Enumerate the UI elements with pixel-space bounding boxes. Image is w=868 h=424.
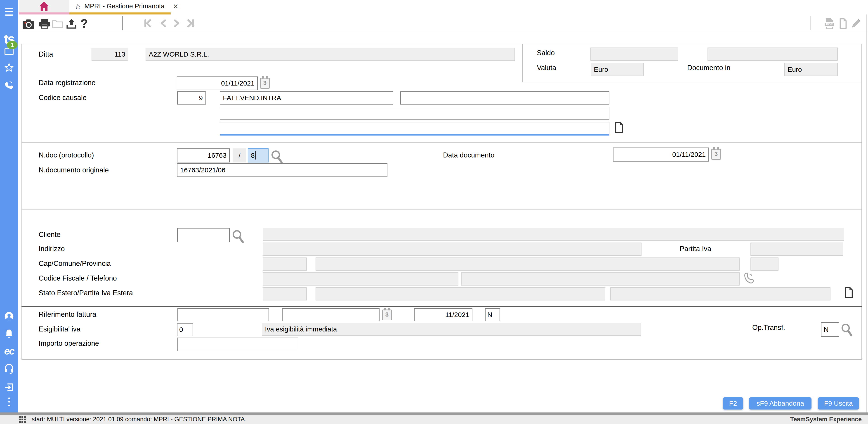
app-window: ts 1 ec — [0, 0, 868, 424]
note-attachment-button[interactable] — [614, 122, 624, 133]
codice-causale-label: Codice causale — [39, 93, 87, 102]
importo-operazione-field[interactable] — [178, 338, 298, 351]
first-record-icon — [144, 19, 151, 28]
ditta-label: Ditta — [39, 50, 53, 59]
saldo-avere-field — [708, 48, 838, 61]
help-button[interactable]: ? — [81, 17, 88, 29]
new-document-button[interactable] — [839, 18, 847, 29]
sidebar-item-logout[interactable] — [0, 383, 18, 392]
calendar-picker-icon-2[interactable]: 3 — [711, 149, 721, 160]
cap-field — [263, 257, 307, 271]
tab-home-underline — [19, 12, 69, 15]
partita-iva-field — [750, 243, 843, 256]
export-pdf-button[interactable]: PDF — [824, 18, 835, 29]
abbandona-button[interactable]: sF9 Abbandona — [749, 397, 811, 409]
camera-icon — [22, 19, 35, 29]
causale-extra-field[interactable] — [400, 91, 610, 105]
cf-telefono-label: Codice Fiscale / Telefono — [39, 274, 117, 283]
valuta-label: Valuta — [537, 63, 556, 72]
ditta-code-field: 113 — [92, 48, 128, 61]
menu-hamburger-icon[interactable] — [0, 6, 18, 17]
sidebar-item-favorites[interactable] — [0, 62, 18, 73]
op-transf-search-button[interactable] — [841, 323, 852, 337]
sidebar-item-ec[interactable]: ec — [0, 346, 18, 357]
person-icon — [4, 312, 14, 321]
toolbar-divider — [122, 16, 123, 30]
magnifier-icon — [841, 323, 852, 337]
edit-button[interactable] — [850, 18, 861, 29]
cliente-search-button[interactable] — [232, 229, 244, 244]
toolbar-divider-right — [810, 16, 811, 30]
saldo-dare-field — [590, 48, 678, 61]
ndoc-separator: / — [233, 148, 246, 163]
estero-attachment-button[interactable] — [844, 287, 854, 298]
sidebar-item-notifications[interactable] — [0, 329, 18, 339]
data-documento-field[interactable]: 01/11/2021 — [613, 147, 709, 162]
op-transf-field[interactable]: N — [821, 322, 839, 337]
sidebar: ts 1 ec — [0, 0, 18, 413]
saldo-box-divider-h — [522, 82, 862, 82]
more-options-icon[interactable] — [0, 396, 18, 407]
phone-outline-icon — [743, 272, 754, 284]
partita-iva-label: Partita Iva — [680, 245, 711, 253]
nav-prev-button[interactable] — [160, 20, 166, 27]
screenshot-button[interactable] — [22, 19, 35, 29]
sidebar-item-account[interactable] — [0, 311, 18, 322]
tab-close-icon[interactable]: × — [173, 2, 178, 11]
causale-note1-field[interactable] — [220, 107, 610, 120]
sidebar-item-documents[interactable]: 1 — [0, 44, 18, 58]
saldo-box-divider-v — [522, 44, 523, 82]
rif-numero-field[interactable] — [178, 308, 269, 321]
tab-home[interactable] — [19, 0, 69, 12]
tab-title: MPRI - Gestione Primanota — [84, 2, 164, 10]
ndoc-suffix-field[interactable]: 8 — [248, 148, 269, 163]
print-button[interactable] — [39, 19, 51, 29]
indirizzo-label: Indirizzo — [39, 245, 65, 253]
documento-in-field: Euro — [784, 63, 838, 76]
pdf-icon-label: PDF — [824, 22, 835, 26]
causale-desc-field[interactable]: FATT.VEND.INTRA — [220, 91, 393, 105]
rif-flag-field[interactable]: N — [485, 308, 500, 321]
sidebar-item-calls[interactable] — [0, 80, 18, 90]
codice-fiscale-field — [263, 273, 458, 285]
calendar-picker-icon[interactable]: 3 — [260, 78, 270, 89]
statusbar-text: start: MULTI versione: 2021.01.09 comand… — [32, 416, 245, 423]
provincia-field — [750, 257, 778, 271]
favorite-star-icon[interactable]: ☆ — [74, 2, 81, 11]
tab-active[interactable]: ☆ MPRI - Gestione Primanota × — [69, 0, 170, 12]
comune-field — [315, 257, 740, 271]
ndoc-originale-label: N.documento originale — [39, 166, 109, 174]
text-cursor — [255, 151, 256, 160]
ndoc-originale-field[interactable]: 16763/2021/06 — [177, 163, 388, 177]
ndoc-number-field[interactable]: 16763 — [177, 148, 230, 163]
home-icon — [38, 1, 50, 12]
sidebar-item-support[interactable] — [0, 363, 18, 375]
phone-icon — [3, 79, 15, 91]
cliente-code-field[interactable] — [177, 228, 230, 242]
uscita-button[interactable]: F9 Uscita — [818, 397, 859, 409]
stato-estero-label: Stato Estero/Partita Iva Estera — [39, 289, 133, 297]
grid-menu-icon[interactable] — [19, 416, 26, 423]
export-button[interactable] — [66, 18, 77, 29]
f2-button[interactable]: F2 — [723, 397, 743, 409]
nav-last-button[interactable] — [187, 19, 194, 28]
calendar-picker-icon-3[interactable]: 3 — [382, 310, 392, 320]
nav-first-button[interactable] — [144, 19, 151, 28]
causale-note2-field[interactable] — [220, 122, 610, 136]
cap-comune-label: Cap/Comune/Provincia — [39, 259, 111, 268]
riferimento-fattura-label: Riferimento fattura — [39, 310, 96, 319]
tab-active-underline — [69, 12, 170, 15]
rif-periodo-field[interactable]: 11/2021 — [414, 308, 472, 321]
rif-data-field[interactable] — [282, 308, 379, 321]
open-folder-button[interactable] — [52, 19, 63, 29]
esigibilita-code-field[interactable]: 0 — [177, 323, 193, 336]
indirizzo-field — [263, 243, 642, 256]
magnifier-icon — [271, 150, 283, 164]
nav-next-button[interactable] — [174, 20, 180, 27]
call-contact-button[interactable] — [743, 272, 754, 284]
causale-code-field[interactable]: 9 — [177, 91, 206, 105]
ndoc-search-button[interactable] — [271, 150, 283, 164]
data-registrazione-label: Data registrazione — [39, 79, 96, 87]
data-registrazione-field[interactable]: 01/11/2021 — [177, 77, 258, 90]
chevron-left-icon — [160, 20, 166, 27]
